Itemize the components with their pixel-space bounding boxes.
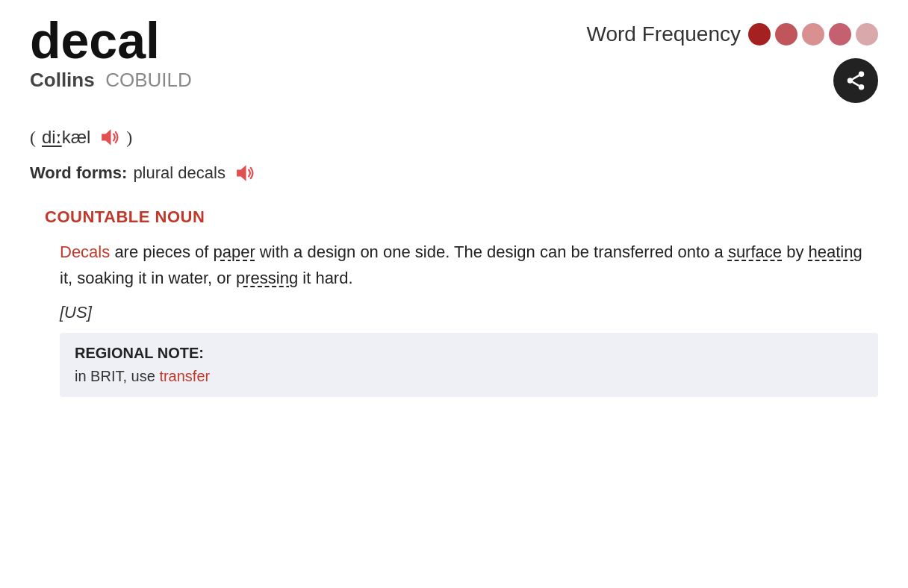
freq-dot-5 [856,23,878,46]
dictionary-brand: Collins [30,69,95,91]
open-paren: ( [30,128,36,148]
freq-dot-1 [748,23,771,46]
svg-marker-6 [237,165,246,181]
regional-note-prefix: in BRIT, use [75,368,159,384]
regional-note-box: REGIONAL NOTE: in BRIT, use transfer [60,333,878,397]
regional-tag: [US] [60,303,878,322]
ipa-underline: diː [42,127,62,147]
frequency-dots [748,23,878,46]
regional-note-title: REGIONAL NOTE: [75,345,863,362]
pressing-link[interactable]: pressing [236,269,298,287]
pos-label: COUNTABLE NOUN [45,207,878,227]
word-forms-content: plural decals [133,163,226,183]
definition-headword-link[interactable]: Decals [60,243,110,261]
dictionary-name: Collins COBUILD [30,69,192,92]
surface-link[interactable]: surface [728,243,782,261]
frequency-label: Word Frequency [587,22,741,46]
close-paren: ) [126,128,132,148]
word-forms-speaker[interactable] [231,161,255,185]
regional-note-text: in BRIT, use transfer [75,368,863,385]
heating-link[interactable]: heating [809,243,862,261]
frequency-block: Word Frequency [587,22,878,46]
word-title: decal [30,15,192,66]
svg-point-1 [848,78,853,84]
ipa-text: diːkæl [42,127,90,148]
word-forms-line: Word forms: plural decals [30,161,878,185]
dictionary-product: COBUILD [105,69,192,91]
share-button[interactable] [833,58,878,103]
word-forms-speaker-icon [231,161,255,185]
pronunciation-speaker[interactable] [96,125,120,149]
right-header: Word Frequency [587,15,878,103]
freq-dot-3 [802,23,824,46]
regional-note-link[interactable]: transfer [159,368,210,384]
definition-block: Decals are pieces of paper with a design… [60,239,878,397]
definition-text: Decals are pieces of paper with a design… [60,239,878,291]
definition-section: COUNTABLE NOUN Decals are pieces of pape… [30,207,878,397]
share-icon [845,69,867,92]
word-forms-label: Word forms: [30,163,127,183]
paper-link[interactable]: paper [213,243,255,261]
speaker-icon [96,125,120,149]
word-title-block: decal Collins COBUILD [30,15,192,92]
freq-dot-4 [829,23,851,46]
page-header: decal Collins COBUILD Word Frequency [30,15,878,103]
svg-marker-5 [102,129,111,145]
svg-line-4 [853,75,859,79]
svg-point-0 [859,72,865,78]
svg-line-3 [853,82,859,86]
svg-point-2 [859,84,865,90]
freq-dot-2 [775,23,797,46]
pronunciation-line: ( diːkæl ) [30,125,878,149]
